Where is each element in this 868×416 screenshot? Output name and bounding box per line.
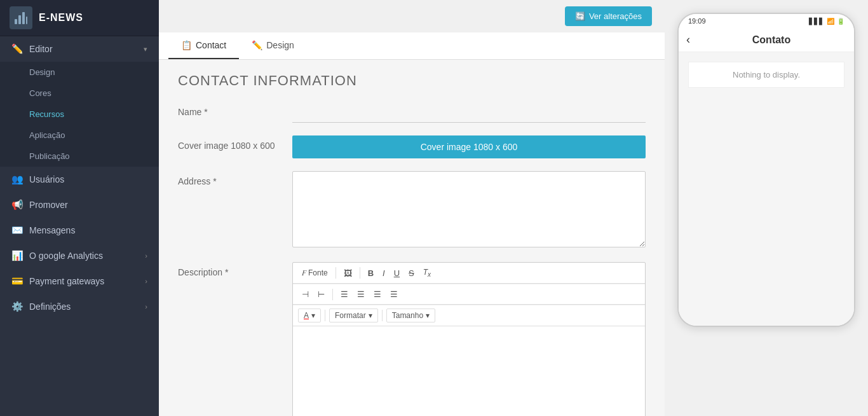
phone-preview-panel: 19:09 ▋▋▋ 📶 🔋 ‹ Contato Nothing to displ… [665,0,868,416]
form-title: CONTACT INFORMATION [178,73,646,89]
ver-alteracoes-button[interactable]: 🔄 Ver alterações [565,6,652,26]
rte-image-btn[interactable]: 🖼 [340,267,356,280]
sidebar-item-promover[interactable]: 📢 Promover [0,192,159,218]
sidebar-label-editor: Editor [29,44,53,54]
rte-divider-5 [382,310,383,321]
payment-icon: 💳 [11,275,23,287]
svg-rect-3 [26,17,27,24]
field-cover: Cover image 1080 x 600 [292,135,646,158]
rte-align-center-btn[interactable]: ☰ [353,288,369,301]
phone-status-icons: ▋▋▋ 📶 🔋 [809,18,844,25]
form-row-name: Name * [178,102,646,123]
sidebar-editor-section: ✏️ Editor ▾ Design Cores Recursos Aplica… [0,36,159,319]
rte-align-right-btn[interactable]: ☰ [370,288,385,301]
field-description: 𝐹 Fonte 🖼 B I U S Tx [292,262,646,416]
megaphone-icon: 📢 [11,199,23,211]
chevron-right-icon-2: › [145,277,147,285]
sidebar-item-recursos[interactable]: Recursos [0,104,159,125]
sidebar-item-cores[interactable]: Cores [0,83,159,104]
form-row-cover: Cover image 1080 x 600 Cover image 1080 … [178,135,646,158]
sidebar-editor-subitems: Design Cores Recursos Aplicação Publicaç… [0,62,159,167]
rte-toolbar-row3: A ▾ Formatar ▾ Tamanho ▾ [293,305,645,326]
sidebar-label-design: Design [29,67,55,77]
phone-frame: 19:09 ▋▋▋ 📶 🔋 ‹ Contato Nothing to displ… [677,13,855,327]
formatar-label: Formatar [335,311,366,320]
app-logo-icon [10,6,32,29]
rte-indent-less-btn[interactable]: ⊣ [298,288,313,301]
design-tab-icon: ✏️ [252,40,262,50]
cover-upload-label: Cover image 1080 x 600 [421,142,518,152]
rte-clear-btn[interactable]: Tx [419,266,435,280]
rte-indent-more-btn[interactable]: ⊢ [314,288,329,301]
label-description: Description * [178,262,280,277]
sidebar-item-aplicacao[interactable]: Aplicação [0,125,159,146]
rte-italic-btn[interactable]: I [379,267,389,280]
sidebar-label-analytics: O google Analytics [29,251,103,261]
sidebar-item-editor[interactable]: ✏️ Editor ▾ [0,36,159,62]
chevron-right-icon: › [145,252,147,260]
phone-nav-title: Contato [696,34,846,46]
chevron-right-icon-3: › [145,303,147,310]
font-icon: 𝐹 [302,268,306,277]
ver-alteracoes-label: Ver alterações [589,11,642,21]
svg-rect-0 [15,19,17,24]
rte-fonte-btn[interactable]: 𝐹 Fonte [298,267,332,279]
rte-divider-1 [336,267,336,279]
sidebar-label-aplicacao: Aplicação [29,130,65,140]
rte-fontcolor-dropdown[interactable]: A ▾ [298,309,321,322]
phone-time: 19:09 [688,17,706,25]
rte-align-left-btn[interactable]: ☰ [337,288,352,301]
analytics-icon: 📊 [11,250,23,261]
form-row-description: Description * 𝐹 Fonte 🖼 B [178,262,646,416]
tab-bar: 📋 Contact ✏️ Design [159,32,665,60]
field-name [292,102,646,123]
tab-contact[interactable]: 📋 Contact [168,32,239,59]
tab-design[interactable]: ✏️ Design [239,32,307,59]
rte-divider-3 [332,289,333,300]
refresh-icon: 🔄 [575,11,585,21]
sidebar-item-design[interactable]: Design [0,62,159,83]
main-content: 🔄 Ver alterações 📋 Contact ✏️ Design CON… [159,0,665,416]
sidebar-label-publicacao: Publicação [29,151,70,161]
rte-body[interactable] [293,326,645,416]
sidebar-label-payment: Payment gateways [29,276,104,286]
rte-underline-btn[interactable]: U [390,267,403,280]
sidebar-item-usuarios[interactable]: 👥 Usuários [0,167,159,192]
sidebar-label-recursos: Recursos [29,109,64,119]
sidebar-item-mensagens[interactable]: ✉️ Mensagens [0,218,159,243]
rte-align-justify-btn[interactable]: ☰ [386,288,402,301]
rte-tamanho-dropdown[interactable]: Tamanho ▾ [386,309,435,322]
rte-toolbar-row1: 𝐹 Fonte 🖼 B I U S Tx [293,263,645,284]
font-color-icon: A [304,311,309,320]
phone-back-btn[interactable]: ‹ [686,33,690,46]
tamanho-label: Tamanho [392,311,423,320]
app-name: E-NEWS [39,12,83,24]
battery-icon: 🔋 [837,18,844,25]
label-address: Address * [178,171,280,186]
contact-tab-icon: 📋 [181,40,192,50]
cover-upload-button[interactable]: Cover image 1080 x 600 [292,135,646,158]
gear-icon: ⚙️ [11,301,23,312]
rte-bold-btn[interactable]: B [364,267,377,280]
sidebar-label-usuarios: Usuários [29,174,64,184]
address-textarea[interactable] [292,171,646,247]
label-name: Name * [178,102,280,117]
formatar-chevron: ▾ [369,311,372,320]
sidebar-label-cores: Cores [29,88,51,98]
tab-contact-label: Contact [196,40,226,50]
rte-divider-2 [360,267,360,279]
sidebar-item-publicacao[interactable]: Publicação [0,146,159,167]
sidebar-item-analytics[interactable]: 📊 O google Analytics › [0,243,159,268]
chevron-down-icon: ▾ [144,45,147,53]
tab-design-label: Design [266,40,294,50]
phone-status-bar: 19:09 ▋▋▋ 📶 🔋 [679,14,854,28]
name-input[interactable] [292,102,646,123]
rte-formatar-dropdown[interactable]: Formatar ▾ [329,309,378,322]
sidebar-item-payment[interactable]: 💳 Payment gateways › [0,268,159,294]
rte-fonte-label: Fonte [308,268,328,277]
rte-strikethrough-btn[interactable]: S [405,267,418,280]
signal-icon: ▋▋▋ [809,18,824,25]
sidebar-item-definicoes[interactable]: ⚙️ Definições › [0,294,159,319]
mail-icon: ✉️ [11,225,23,236]
users-icon: 👥 [11,174,23,185]
